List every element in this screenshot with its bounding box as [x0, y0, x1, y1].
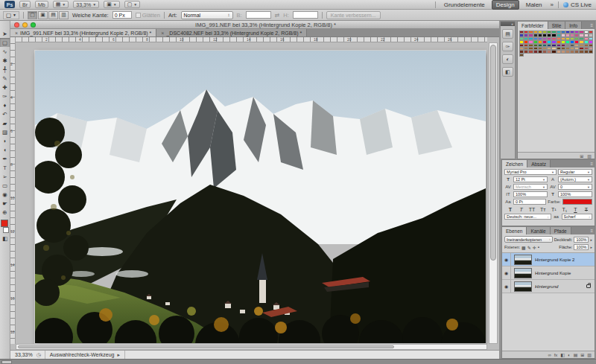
frame-resize-handle[interactable] [1, 360, 12, 364]
selection-mode-icon[interactable]: ▣ [38, 11, 48, 19]
tab-pfade[interactable]: Pfade [551, 227, 571, 234]
layer-visibility-icon[interactable]: ◉ [502, 280, 511, 293]
language-select[interactable]: Deutsch: neue...↕ [504, 214, 551, 220]
adjustments-panel-icon[interactable]: ◐ [502, 54, 513, 64]
dodge-tool[interactable]: ◖ [0, 145, 10, 154]
canvas-area[interactable] [16, 42, 487, 344]
new-layer-icon[interactable]: ⊞ [580, 352, 584, 357]
tab-ebenen[interactable]: Ebenen [502, 227, 527, 234]
pen-tool[interactable]: ✒ [0, 154, 10, 163]
text-style-superscript-button[interactable]: T¹ [549, 207, 558, 212]
font-family-select[interactable]: Myriad Pro▼ [504, 169, 557, 175]
horizontal-scrollbar[interactable] [16, 344, 487, 350]
text-style-underline-button[interactable]: T [571, 207, 580, 212]
quick-mask-button[interactable]: ◧ [0, 234, 10, 243]
cs-live-button[interactable]: CS Live [563, 1, 592, 8]
vertical-scrollbar[interactable] [489, 42, 498, 344]
layer-row[interactable]: ◉Hintergrund Kopie 2 [502, 253, 595, 266]
arrange-documents-button[interactable]: ▣ ▼ [104, 1, 120, 8]
zoom-level-button[interactable]: 33,3% ▼ [73, 1, 99, 8]
lock-pixels-icon[interactable]: ✎ [527, 245, 531, 250]
color-swatch[interactable] [519, 54, 524, 57]
close-tab-icon[interactable]: × [161, 31, 164, 36]
fill-input[interactable]: 100% [574, 244, 589, 250]
background-color-swatch[interactable] [3, 227, 9, 233]
close-window-button[interactable] [14, 22, 19, 28]
style-select[interactable]: Normal ↕ [181, 11, 233, 19]
panel-menu-icon[interactable]: ≡ [590, 227, 595, 234]
history-panel-icon[interactable]: ▤ [502, 29, 513, 39]
shape-tool[interactable]: ▭ [0, 181, 10, 190]
text-color-swatch[interactable] [562, 199, 592, 205]
gradient-tool[interactable]: ▨ [0, 127, 10, 136]
tool-presets-panel-icon[interactable]: ✑ [502, 42, 513, 51]
vertical-scale-input[interactable]: 100% [513, 191, 548, 197]
delete-swatch-icon[interactable]: ▥ [587, 153, 592, 159]
workspace-button-malen[interactable]: Malen [522, 1, 546, 9]
width-input[interactable] [246, 11, 271, 19]
status-zoom[interactable]: 33,33% [15, 352, 33, 357]
brush-tool[interactable]: ✑ [0, 92, 10, 100]
selection-mode-icon[interactable]: ▥ [59, 11, 69, 19]
text-style-strike-button[interactable]: T [582, 207, 591, 212]
lock-position-icon[interactable]: ✛ [533, 245, 536, 250]
text-style-caps-button[interactable]: TT [527, 207, 536, 212]
minimize-window-button[interactable] [22, 22, 28, 28]
move-tool[interactable]: ➤ [0, 29, 10, 38]
feather-input[interactable]: 0 Px [112, 11, 132, 19]
swap-dimensions-icon[interactable]: ⇄ [275, 12, 280, 19]
text-style-smallcaps-button[interactable]: Tт [539, 207, 548, 212]
scrollbar-thumb[interactable] [490, 45, 496, 261]
lock-all-icon[interactable]: ▪ [538, 245, 539, 250]
blur-tool[interactable]: ◗ [0, 136, 10, 145]
opacity-input[interactable]: 100% [574, 237, 589, 243]
eyedropper-tool[interactable]: ✎ [0, 74, 10, 83]
collapse-dock-button[interactable]: « [501, 22, 515, 26]
close-tab-icon[interactable]: × [15, 31, 18, 36]
baseline-shift-input[interactable]: 0 Pt [513, 199, 546, 205]
tool-preset-picker[interactable]: ▢ ▼ [3, 11, 19, 19]
document-tab[interactable]: ×IMG_991.NEF bei 33,3% (Hintergrund Kopi… [10, 29, 156, 36]
text-style-subscript-button[interactable]: T₁ [560, 207, 569, 212]
layer-row[interactable]: ◉Hintergrund Kopie [502, 266, 595, 280]
view-extras-button[interactable]: ▦ ▼ [53, 1, 69, 8]
panel-menu-icon[interactable]: ≡ [590, 160, 595, 167]
path-selection-tool[interactable]: ➢ [0, 172, 10, 181]
lasso-tool[interactable]: ∿ [0, 47, 10, 56]
antialias-checkbox[interactable]: Glätten [136, 12, 160, 19]
photo-canvas[interactable] [35, 51, 486, 343]
layer-visibility-icon[interactable]: ◉ [502, 253, 511, 266]
height-input[interactable] [293, 11, 318, 19]
tab-absatz[interactable]: Absatz [527, 160, 551, 167]
layer-group-icon[interactable]: ▤ [574, 352, 578, 357]
scrollbar-thumb[interactable] [18, 345, 394, 348]
refine-edge-button[interactable]: Kante verbessern... [326, 11, 381, 19]
eraser-tool[interactable]: ▰ [0, 118, 10, 127]
rectangular-marquee-tool[interactable]: ▢ [0, 38, 10, 47]
crop-tool[interactable]: ╃ [0, 65, 10, 74]
zoom-window-button[interactable] [31, 22, 36, 28]
tab-farbfelder[interactable]: Farbfelder [518, 22, 548, 29]
swatch-grid[interactable] [518, 29, 595, 57]
workspace-button-grundelemente[interactable]: Grundelemente [440, 1, 489, 9]
layer-visibility-icon[interactable]: ◉ [502, 266, 511, 279]
layer-row[interactable]: ◉Hintergrund [502, 280, 595, 293]
antialias-select[interactable]: Scharf↕ [562, 214, 592, 220]
delete-layer-icon[interactable]: ▥ [587, 352, 592, 357]
horizontal-scale-input[interactable]: 100% [558, 191, 592, 197]
masks-panel-icon[interactable]: ◧ [502, 67, 513, 77]
history-brush-tool[interactable]: ↶ [0, 109, 10, 118]
tracking-select[interactable]: 0▼ [558, 184, 592, 190]
workspace-overflow-button[interactable]: » [551, 1, 554, 8]
selection-mode-icon[interactable]: ▢ [28, 11, 37, 19]
adjustment-layer-icon[interactable]: ◐ [568, 353, 571, 357]
font-size-select[interactable]: 12 Pt▼ [513, 176, 548, 182]
font-style-select[interactable]: Regular▼ [558, 169, 592, 175]
status-tool-indicator[interactable]: Auswahlrechteck-Werkzeug ▸ [45, 351, 125, 359]
healing-brush-tool[interactable]: ✚ [0, 83, 10, 92]
type-tool[interactable]: T [0, 163, 10, 172]
foreground-color-swatch[interactable] [1, 220, 8, 227]
text-style-bold-button[interactable]: T [506, 207, 515, 212]
color-swatch[interactable] [589, 50, 593, 53]
new-swatch-icon[interactable]: ⊞ [580, 153, 583, 159]
